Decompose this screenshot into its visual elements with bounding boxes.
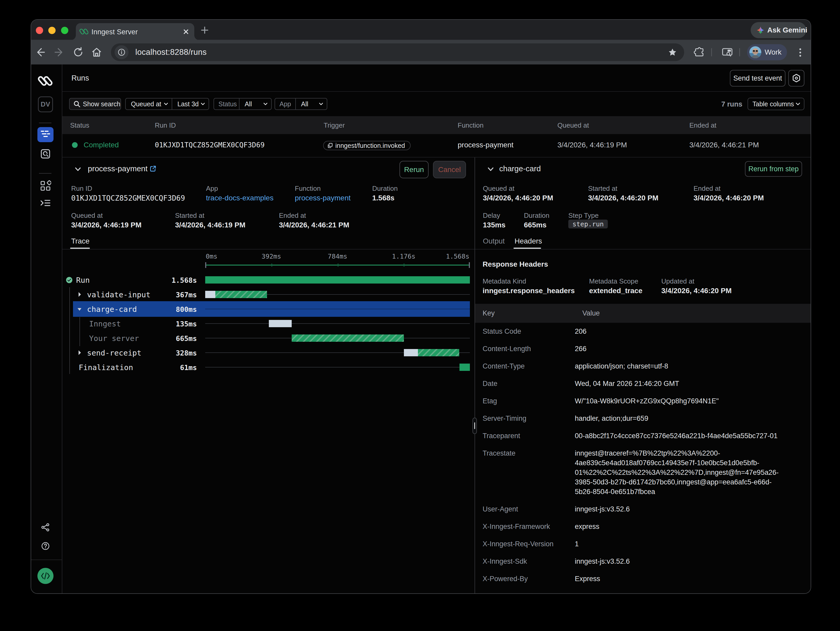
- span-bar-hatch[interactable]: [215, 291, 267, 298]
- span-duration: 800ms: [168, 305, 197, 313]
- kv-rows: Status Code 206 Content-Length 266 Conte…: [475, 323, 811, 588]
- chevron-down-icon: [795, 101, 801, 107]
- axis-tick-label: 1.568s: [441, 253, 469, 260]
- rerun-from-step-button[interactable]: Rerun from step: [745, 161, 802, 177]
- column-trigger: Trigger: [324, 121, 345, 130]
- span-bar-delay[interactable]: [205, 291, 215, 298]
- url-text[interactable]: localhost:8288/runs: [135, 47, 207, 57]
- browser-menu-icon[interactable]: [794, 46, 806, 59]
- time-range-dropdown[interactable]: Last 3d: [172, 98, 208, 109]
- browser-tab[interactable]: Inngest Server: [76, 23, 194, 40]
- duration-value: 1.568s: [372, 194, 395, 202]
- app-filter: App All: [275, 98, 327, 110]
- sidebar-item-debugger[interactable]: [40, 149, 51, 159]
- span-bar-solid[interactable]: [205, 276, 470, 283]
- span-label: Run: [76, 276, 90, 285]
- browser-tabstrip: Inngest Server Ask Gemini: [31, 20, 811, 40]
- header-key: Server-Timing: [475, 410, 575, 427]
- queued-at-filter-label: Queued at: [131, 100, 161, 108]
- trace-span-row[interactable]: Your server665ms: [62, 331, 470, 345]
- span-bar-delay[interactable]: [269, 320, 292, 327]
- tab-trace[interactable]: Trace: [71, 237, 90, 245]
- panel-divider-line: [475, 249, 811, 250]
- help-icon[interactable]: [41, 542, 50, 550]
- home-button[interactable]: [91, 46, 102, 58]
- app-filter-dropdown[interactable]: All: [295, 98, 327, 109]
- main-content: Runs Send test event Show search: [62, 65, 811, 593]
- function-link[interactable]: process-payment: [295, 194, 351, 202]
- event-icon: [327, 143, 333, 149]
- time-range-label: Last 3d: [177, 100, 199, 108]
- table-columns-button[interactable]: Table columns: [748, 98, 804, 110]
- caret-down-icon[interactable]: [77, 308, 82, 311]
- url-bar[interactable]: localhost:8288/runs: [111, 43, 684, 61]
- sidebar-item-apps[interactable]: [40, 180, 51, 191]
- site-info-button[interactable]: [115, 45, 129, 59]
- browser-window: Inngest Server Ask Gemini: [31, 20, 811, 593]
- reload-button[interactable]: [73, 46, 84, 58]
- tab-output[interactable]: Output: [483, 237, 505, 245]
- external-link-icon[interactable]: [150, 165, 156, 172]
- ask-gemini-button[interactable]: Ask Gemini: [751, 22, 806, 38]
- span-label: Finalization: [79, 363, 133, 372]
- trace-span-row[interactable]: Run1.568s: [62, 273, 470, 287]
- settings-button[interactable]: [788, 70, 804, 87]
- side-panel-icon[interactable]: [721, 46, 733, 58]
- run-id-value: 01KJXD1TQCZ852GMEX0CQF3D69: [71, 194, 185, 202]
- status-filter-dropdown[interactable]: All: [239, 98, 271, 109]
- header-row: Date Wed, 04 Mar 2026 21:46:20 GMT: [475, 375, 811, 392]
- send-test-event-button[interactable]: Send test event: [730, 70, 785, 87]
- dev-mode-button[interactable]: [37, 568, 54, 584]
- toolbar-separator: [711, 48, 712, 56]
- rerun-button[interactable]: Rerun: [399, 161, 429, 178]
- span-bar-delay[interactable]: [404, 349, 418, 356]
- span-bar-hatch[interactable]: [292, 334, 404, 342]
- collapse-step-chevron-icon[interactable]: [487, 166, 494, 172]
- tab-headers[interactable]: Headers: [515, 237, 542, 245]
- header-key: Content-Length: [475, 340, 575, 357]
- trace-span-row[interactable]: send-receipt328ms: [62, 345, 470, 360]
- collapse-run-chevron-icon[interactable]: [74, 166, 81, 172]
- trace-span-row[interactable]: validate-input367ms: [62, 287, 470, 302]
- sidebar-item-runs[interactable]: [37, 127, 54, 142]
- span-bar-solid[interactable]: [459, 364, 470, 371]
- span-bar-hatch[interactable]: [418, 349, 459, 356]
- env-badge[interactable]: DV: [38, 96, 53, 112]
- bookmark-star-icon[interactable]: [668, 48, 677, 57]
- forward-button[interactable]: [54, 46, 65, 58]
- run-table-row[interactable]: Completed 01KJXD1TQCZ852GMEX0CQF3D69 inn…: [62, 134, 811, 157]
- share-icon[interactable]: [41, 523, 50, 531]
- new-tab-button[interactable]: [200, 25, 209, 35]
- axis-tick: [272, 264, 272, 267]
- caret-right-icon[interactable]: [78, 350, 81, 356]
- trigger-badge[interactable]: inngest/function.invoked: [323, 141, 411, 150]
- column-ended-at: Ended at: [689, 121, 716, 130]
- span-track: [205, 273, 470, 287]
- header-row: Server-Timing handler, action;dur=659: [475, 410, 811, 427]
- trace-span-row[interactable]: Finalization61ms: [62, 360, 470, 375]
- step-ended-value: 3/4/2026, 4:46:20 PM: [693, 194, 764, 202]
- cancel-button[interactable]: Cancel: [433, 161, 466, 178]
- back-button[interactable]: [35, 46, 46, 58]
- show-search-button[interactable]: Show search: [69, 98, 121, 110]
- axis-tick: [469, 262, 470, 268]
- details-area: process-payment Rerun Cancel Run ID 01KJ…: [62, 157, 811, 593]
- app-link[interactable]: trace-docs-examples: [206, 194, 273, 202]
- sidebar-item-events[interactable]: [40, 198, 51, 209]
- window-minimize-button[interactable]: [48, 27, 55, 34]
- trace-span-row[interactable]: Inngest135ms: [62, 316, 470, 331]
- profile-button[interactable]: Work: [747, 44, 787, 60]
- tab-close-icon[interactable]: [182, 28, 190, 36]
- queued-at-dropdown[interactable]: Queued at: [126, 98, 172, 109]
- extensions-icon[interactable]: [692, 46, 704, 58]
- status-filter-label: Status: [214, 98, 239, 109]
- caret-right-icon[interactable]: [78, 292, 81, 297]
- header-key: Etag: [475, 392, 575, 410]
- span-label: Inngest: [89, 319, 121, 328]
- search-icon: [74, 101, 80, 108]
- kv-header-row: Key Value: [475, 304, 811, 323]
- window-close-button[interactable]: [36, 27, 43, 34]
- trace-span-row[interactable]: charge-card800ms: [62, 302, 470, 316]
- inngest-logo-icon: [36, 76, 54, 86]
- window-zoom-button[interactable]: [61, 27, 68, 34]
